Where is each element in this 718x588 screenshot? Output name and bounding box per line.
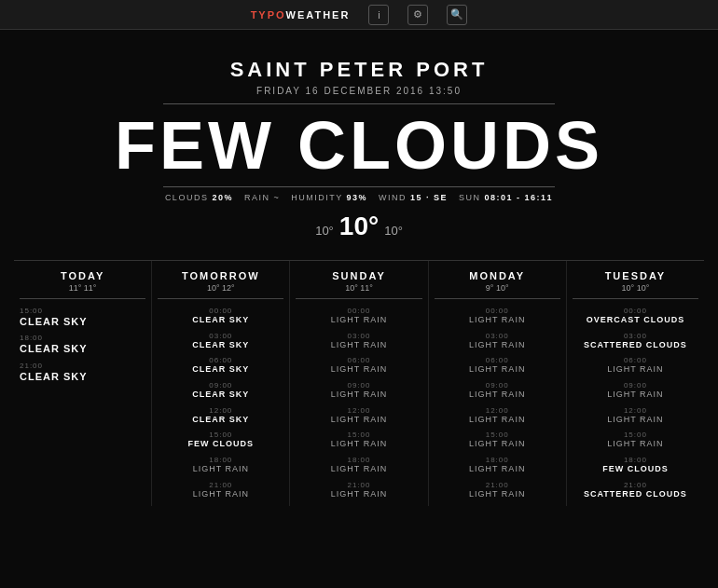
forecast-item: 15:00 CLEAR SKY (20, 307, 145, 328)
forecast-time: 00:00 (573, 307, 698, 315)
forecast-time: 12:00 (158, 406, 283, 415)
col-temps: 9° 10° (435, 283, 560, 293)
info-icon[interactable]: i (368, 5, 389, 25)
divider-top (163, 103, 555, 104)
forecast-time: 18:00 (296, 456, 421, 464)
forecast-item: 18:00 CLEAR SKY (20, 334, 145, 355)
forecast-condition: LIGHT RAIN (158, 489, 283, 500)
brand-logo: TYPOWEATHER (251, 9, 351, 21)
col-temps: 10° 11° (296, 283, 421, 293)
forecast-condition: LIGHT RAIN (435, 464, 560, 475)
temp-main: 10° (339, 212, 379, 241)
col-day: SUNDAY (296, 270, 421, 281)
forecast-grid: TODAY 11° 11° 15:00 CLEAR SKY 18:00 CLEA… (14, 260, 704, 506)
forecast-time: 09:00 (296, 381, 421, 390)
forecast-item: 03:00 CLEAR SKY (158, 332, 283, 351)
forecast-col-tuesday: TUESDAY 10° 10° 00:00 OVERCAST CLOUDS 03… (567, 261, 704, 506)
forecast-time: 06:00 (573, 356, 698, 364)
forecast-condition: LIGHT RAIN (573, 439, 698, 450)
forecast-condition: FEW CLOUDS (573, 464, 698, 475)
col-divider (158, 298, 283, 299)
forecast-item: 03:00 SCATTERED CLOUDS (573, 332, 698, 351)
forecast-condition: LIGHT RAIN (573, 364, 698, 376)
settings-icon[interactable]: ⚙ (407, 5, 428, 25)
col-divider (296, 298, 421, 299)
temperature-row: 10° 10° 10° (315, 212, 403, 241)
forecast-time: 03:00 (158, 332, 283, 340)
forecast-item: 06:00 LIGHT RAIN (573, 356, 698, 376)
forecast-time: 21:00 (296, 481, 421, 489)
forecast-col-tomorrow: TOMORROW 10° 12° 00:00 CLEAR SKY 03:00 C… (152, 261, 290, 506)
col-day: TODAY (20, 270, 145, 281)
col-divider (435, 298, 560, 299)
forecast-time: 21:00 (20, 362, 145, 370)
forecast-item: 06:00 CLEAR SKY (158, 356, 283, 376)
forecast-condition: CLEAR SKY (158, 340, 283, 351)
forecast-condition: LIGHT RAIN (573, 415, 698, 426)
col-day: MONDAY (435, 270, 560, 281)
forecast-condition: LIGHT RAIN (296, 340, 421, 351)
forecast-item: 18:00 LIGHT RAIN (435, 456, 560, 475)
search-icon[interactable]: 🔍 (447, 5, 467, 25)
forecast-time: 15:00 (296, 431, 421, 439)
forecast-time: 15:00 (573, 431, 698, 439)
forecast-item: 12:00 LIGHT RAIN (435, 406, 560, 426)
forecast-condition: SCATTERED CLOUDS (573, 489, 698, 500)
col-header: TODAY 11° 11° (20, 270, 145, 293)
forecast-time: 18:00 (435, 456, 560, 464)
forecast-item: 00:00 LIGHT RAIN (435, 307, 560, 326)
forecast-item: 03:00 LIGHT RAIN (296, 332, 421, 351)
forecast-item: 15:00 LIGHT RAIN (435, 431, 560, 450)
forecast-item: 09:00 LIGHT RAIN (296, 381, 421, 401)
forecast-condition: LIGHT RAIN (296, 315, 421, 326)
forecast-item: 21:00 LIGHT RAIN (296, 481, 421, 500)
forecast-item: 21:00 LIGHT RAIN (435, 481, 560, 500)
city-name: SAINT PETER PORT (230, 58, 489, 82)
forecast-time: 12:00 (435, 406, 560, 415)
forecast-item: 09:00 LIGHT RAIN (573, 381, 698, 401)
col-divider (20, 298, 145, 299)
forecast-time: 09:00 (158, 381, 283, 390)
forecast-condition: SCATTERED CLOUDS (573, 340, 698, 351)
topbar: TYPOWEATHER i ⚙ 🔍 (0, 0, 718, 30)
forecast-condition: CLEAR SKY (158, 390, 283, 401)
col-divider (573, 298, 698, 299)
main-content: SAINT PETER PORT FRIDAY 16 DECEMBER 2016… (0, 30, 718, 241)
forecast-item: 09:00 CLEAR SKY (158, 381, 283, 401)
forecast-item: 15:00 FEW CLOUDS (158, 431, 283, 450)
forecast-condition: LIGHT RAIN (435, 390, 560, 401)
forecast-time: 03:00 (573, 332, 698, 340)
forecast-condition: LIGHT RAIN (296, 489, 421, 500)
forecast-time: 15:00 (158, 431, 283, 439)
forecast-condition: CLEAR SKY (158, 315, 283, 326)
forecast-time: 06:00 (435, 356, 560, 364)
forecast-time: 00:00 (296, 307, 421, 315)
forecast-time: 18:00 (20, 334, 145, 342)
forecast-condition: CLEAR SKY (20, 370, 145, 383)
forecast-condition: LIGHT RAIN (435, 439, 560, 450)
forecast-item: 00:00 CLEAR SKY (158, 307, 283, 326)
forecast-condition: LIGHT RAIN (435, 415, 560, 426)
col-temps: 10° 12° (158, 283, 283, 293)
forecast-item: 15:00 LIGHT RAIN (573, 431, 698, 450)
forecast-time: 15:00 (20, 307, 145, 315)
temp-low: 10° (315, 224, 334, 238)
forecast-condition: OVERCAST CLOUDS (573, 315, 698, 326)
forecast-item: 21:00 CLEAR SKY (20, 362, 145, 383)
col-temps: 10° 10° (573, 283, 698, 293)
col-header: TUESDAY 10° 10° (573, 270, 698, 293)
forecast-item: 15:00 LIGHT RAIN (296, 431, 421, 450)
col-header: TOMORROW 10° 12° (158, 270, 283, 293)
temp-high: 10° (384, 224, 403, 238)
forecast-condition: CLEAR SKY (20, 342, 145, 355)
forecast-time: 09:00 (573, 381, 698, 390)
col-day: TOMORROW (158, 270, 283, 281)
forecast-time: 21:00 (573, 481, 698, 489)
forecast-condition: LIGHT RAIN (296, 415, 421, 426)
forecast-item: 18:00 LIGHT RAIN (296, 456, 421, 475)
forecast-time: 09:00 (435, 381, 560, 390)
forecast-condition: LIGHT RAIN (296, 390, 421, 401)
forecast-time: 06:00 (296, 356, 421, 364)
forecast-time: 12:00 (573, 406, 698, 415)
forecast-item: 09:00 LIGHT RAIN (435, 381, 560, 401)
